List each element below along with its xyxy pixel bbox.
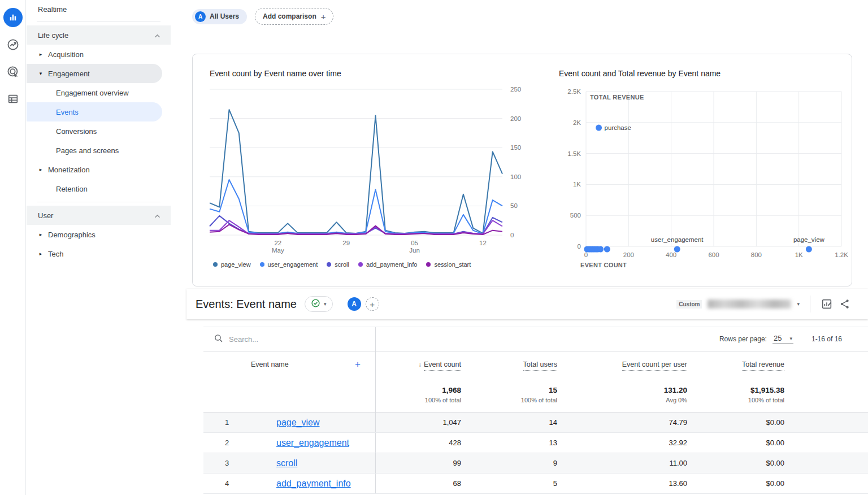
cell-event-count-per-user: 32.92: [558, 438, 688, 447]
svg-text:0: 0: [578, 243, 581, 250]
redacted-report-name: [708, 299, 791, 309]
row-index: 4: [203, 479, 229, 488]
divider: [37, 21, 160, 22]
customize-report-icon[interactable]: [821, 298, 833, 310]
svg-text:TOTAL REVENUE: TOTAL REVENUE: [590, 94, 644, 101]
svg-text:12: 12: [479, 240, 487, 246]
svg-text:50: 50: [510, 202, 518, 209]
target-cursor-icon: [6, 65, 20, 79]
add-comparison-label: Add comparison: [263, 12, 316, 20]
svg-text:purchase: purchase: [605, 124, 631, 131]
svg-text:800: 800: [751, 251, 762, 258]
legend-dot: [213, 262, 218, 267]
table-row: 1page_view1,0471474.79$0.00: [203, 412, 868, 433]
custom-badge: Custom: [676, 300, 702, 309]
pagination-range: 1-16 of 16: [811, 335, 842, 343]
nav-rail: [0, 0, 26, 495]
table-icon: [7, 93, 19, 105]
add-comparison-button[interactable]: Add comparison +: [255, 8, 333, 25]
svg-text:EVENT COUNT: EVENT COUNT: [580, 262, 627, 268]
segment-label: All Users: [210, 12, 239, 20]
segment-avatar[interactable]: A: [348, 297, 361, 311]
row-index: 3: [203, 459, 229, 467]
sidebar-item-retention[interactable]: Retention: [27, 179, 171, 198]
cell-event-count: 99: [376, 459, 462, 467]
svg-text:29: 29: [342, 240, 350, 246]
cell-event-count-per-user: 74.79: [558, 418, 688, 427]
sidebar-item-demographics[interactable]: ▸ Demographics: [27, 225, 171, 244]
svg-text:500: 500: [570, 212, 581, 219]
svg-text:150: 150: [510, 144, 521, 151]
report-header-bar: Events: Event name ▾ A + Custom ▾: [186, 289, 868, 319]
scatter-chart-title: Event count and Total revenue by Event n…: [559, 69, 853, 78]
report-header-actions: Custom ▾: [676, 296, 851, 312]
legend-dot: [426, 262, 431, 267]
svg-text:400: 400: [666, 251, 676, 258]
section-label: User: [38, 211, 53, 220]
rows-per-page-select[interactable]: 25 ▾: [772, 334, 793, 344]
svg-text:2.5K: 2.5K: [567, 88, 581, 95]
chevron-up-icon: [154, 31, 160, 40]
sidebar-section-user[interactable]: User: [27, 206, 171, 225]
event-name-link[interactable]: user_engagement: [276, 438, 349, 448]
expand-right-icon: ▸: [34, 51, 47, 57]
chevron-up-icon: [154, 211, 160, 220]
svg-text:0: 0: [584, 251, 588, 258]
reports-nav-button[interactable]: [3, 8, 23, 27]
chevron-down-icon: ▾: [789, 336, 792, 341]
sidebar-item-monetization[interactable]: ▸ Monetization: [27, 160, 171, 179]
event-name-link[interactable]: page_view: [276, 418, 320, 428]
column-header-total-revenue[interactable]: Total revenue: [742, 361, 784, 371]
library-nav-button[interactable]: [3, 89, 23, 108]
report-title: Events: Event name: [196, 298, 297, 311]
legend-dot: [358, 262, 363, 267]
totals-event-count: 1,968: [376, 386, 461, 394]
search-input[interactable]: [229, 335, 353, 344]
sidebar-item-events[interactable]: Events: [27, 102, 162, 121]
line-chart-title: Event count by Event name over time: [210, 69, 540, 78]
sidebar-item-engagement[interactable]: ▾ Engagement: [27, 64, 162, 83]
event-name-link[interactable]: add_payment_info: [276, 479, 351, 489]
cell-event-count: 1,047: [376, 418, 462, 427]
legend-item: session_start: [426, 261, 471, 268]
totals-total-users: 15: [462, 386, 557, 394]
cell-event-count: 428: [376, 438, 462, 447]
rows-per-page-label: Rows per page:: [719, 335, 767, 343]
table-totals-row: 1,968100% of total 15100% of total 131.2…: [203, 377, 868, 412]
sidebar-item-tech[interactable]: ▸ Tech: [27, 244, 171, 263]
add-segment-button[interactable]: +: [366, 297, 379, 311]
sidebar-item-acquisition[interactable]: ▸ Acquisition: [27, 45, 171, 64]
sidebar-item-pages-and-screens[interactable]: Pages and screens: [27, 141, 171, 160]
explore-nav-button[interactable]: [3, 35, 23, 54]
sidebar-item-engagement-overview[interactable]: Engagement overview: [27, 83, 171, 102]
comparison-bar: A All Users Add comparison +: [192, 8, 333, 25]
table-body: 1page_view1,0471474.79$0.002user_engagem…: [203, 412, 868, 494]
check-circle-icon: [311, 298, 320, 310]
svg-text:0: 0: [510, 232, 514, 238]
bar-chart-icon: [8, 12, 18, 23]
table-row: 3scroll99911.00$0.00: [203, 453, 868, 474]
svg-text:2K: 2K: [573, 119, 581, 126]
add-dimension-button[interactable]: +: [355, 359, 361, 370]
legend-item: page_view: [213, 261, 251, 268]
chevron-down-icon[interactable]: ▾: [797, 301, 800, 307]
line-chart-panel: Event count by Event name over time 0501…: [210, 69, 540, 268]
all-users-segment-pill[interactable]: A All Users: [192, 9, 247, 24]
sidebar-section-lifecycle[interactable]: Life cycle: [27, 25, 171, 45]
segment-avatar: A: [195, 11, 206, 22]
sort-descending-icon: ↓: [418, 361, 422, 368]
cell-total-revenue: $0.00: [688, 418, 785, 427]
event-name-link[interactable]: scroll: [276, 458, 297, 468]
column-header-event-count-per-user[interactable]: Event count per user: [622, 361, 687, 371]
svg-text:1.5K: 1.5K: [567, 150, 581, 157]
cell-event-count-per-user: 11.00: [558, 459, 688, 467]
share-icon[interactable]: [839, 298, 851, 310]
column-header-total-users[interactable]: Total users: [523, 361, 557, 371]
sidebar-item-realtime[interactable]: Realtime: [27, 0, 171, 18]
column-header-event-name[interactable]: Event name: [251, 361, 289, 368]
legend-dot: [260, 262, 264, 267]
sidebar-item-conversions[interactable]: Conversions: [27, 121, 171, 141]
data-quality-pill[interactable]: ▾: [305, 296, 333, 312]
column-header-event-count[interactable]: Event count: [424, 361, 461, 371]
advertising-nav-button[interactable]: [3, 62, 23, 81]
